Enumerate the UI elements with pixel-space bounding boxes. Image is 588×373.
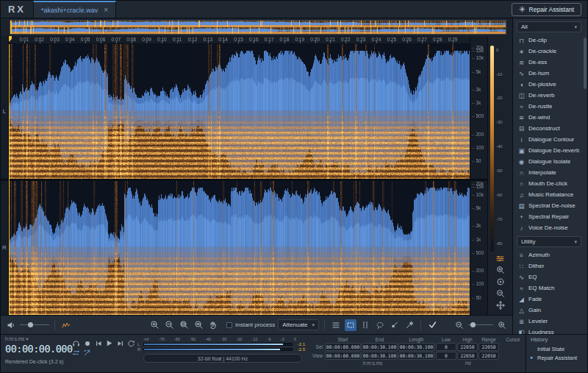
sidebar-scrollbar-thumb[interactable] [584,38,587,89]
sidebar-item-dialogue-isolate[interactable]: ◉Dialogue Isolate [513,156,587,167]
overview-canvas[interactable] [10,21,506,34]
close-icon[interactable]: × [104,6,108,14]
sidebar-item-de-plosive[interactable]: ◖De-plosive [513,79,587,90]
history-item-repair-assistant[interactable]: ▸Repair Assistant [531,353,587,362]
sidebar-item-de-clip[interactable]: ⊓De-clip [513,35,587,46]
legend-db-label: -60 [496,193,503,197]
ruler-tick-label: 0:12 [188,37,198,42]
sidebar-item-spectral-repair[interactable]: +Spectral Repair [513,211,587,222]
sidebar-item-eq-match[interactable]: ≈EQ Match [513,283,587,294]
play-button[interactable] [104,339,114,348]
waveform-zoom-icon[interactable] [495,253,506,263]
pan-icon[interactable] [495,300,506,310]
spectrogram-settings-icon[interactable] [60,319,72,331]
sidebar-item-mouth-de-click[interactable]: ○Mouth De-click [513,178,587,189]
instant-process-checkbox[interactable] [226,322,232,328]
apply-check-icon[interactable] [426,319,438,331]
sel-length-field[interactable]: 00:00:30.100 [398,343,434,351]
loop-playback-toggle[interactable] [71,349,81,358]
time-display[interactable]: 00:00:00.000 [5,343,71,355]
zoom-selection-icon[interactable] [178,319,190,331]
zoom-reset-icon[interactable] [495,277,506,287]
dialogue-contour-icon: ≀ [517,136,526,143]
sidebar-item-loudness[interactable]: ◧Loudness [513,327,587,334]
blend-slider[interactable] [20,322,49,329]
app-logo: RX [1,4,33,15]
zoom-fit-icon[interactable] [193,319,204,331]
brush-tool[interactable] [389,319,401,331]
freq-low-field[interactable]: 0 [436,352,456,360]
sidebar-item-eq[interactable]: ∿EQ [513,271,587,283]
sidebar-item-deconstruct[interactable]: ⊟Deconstruct [513,123,587,134]
de-rustle-icon: ≈ [517,103,526,110]
freq-high-field[interactable]: 22050 [457,343,478,351]
sidebar-item-de-ess[interactable]: ≋De-ess [513,57,587,68]
sidebar-item-gain[interactable]: △Gain [513,305,587,316]
sel-end-field[interactable]: 00:00:30.100 [362,343,398,351]
spectrogram-right-channel[interactable] [9,181,470,316]
time-format-label[interactable]: h:m:s.ms [5,336,24,341]
file-tab[interactable]: *akashi+cracle.wav × [33,1,116,18]
time-ruler[interactable]: 0:010:020:030:040:050:060:070:080:090:10… [9,36,470,44]
hzoom-out-icon[interactable] [453,319,465,331]
playhead-flag[interactable] [9,36,12,42]
record-button[interactable] [82,339,92,348]
layers-tool-icon[interactable] [330,319,342,331]
zoom-out-vertical-icon[interactable] [495,288,506,299]
sidebar-item-de-rustle[interactable]: ≈De-rustle [513,101,587,112]
loop-button[interactable] [126,339,136,348]
sidebar-item-de-crackle[interactable]: ∗De-crackle [513,46,587,57]
freq-range-field[interactable]: 22050 [478,343,499,351]
view-start-field[interactable]: 00:00:00.000 [325,352,361,360]
magic-wand-tool[interactable] [404,319,415,331]
instant-process-toggle[interactable]: Instant process [226,322,275,328]
hand-tool-icon[interactable] [207,319,219,331]
freq-range-field[interactable]: 22050 [478,352,499,360]
history-item-initial-state[interactable]: Initial State [531,344,587,353]
go-to-start-button[interactable] [93,339,103,348]
spectrogram-left-channel[interactable] [9,44,470,179]
repair-assistant-button[interactable]: Repair Assistant [512,3,581,16]
sidebar-item-dither[interactable]: ∷Dither [513,260,587,271]
overview-strip[interactable] [10,20,506,35]
zoom-in-icon[interactable] [148,319,160,331]
sidebar-item-azimuth[interactable]: ≡Azimuth [513,249,587,260]
freq-high-field[interactable]: 22050 [457,352,478,360]
sel-start-field[interactable]: 00:00:00.000 [325,343,361,351]
zoom-in-vertical-icon[interactable] [495,265,506,275]
hzoom-slider[interactable] [468,322,493,329]
sidebar-item-interpolate[interactable]: ∩Interpolate [513,167,587,178]
lasso-tool[interactable] [374,319,386,331]
sidebar-item-music-rebalance[interactable]: ♫Music Rebalance [513,189,587,200]
hzoom-in-icon[interactable] [496,319,508,331]
time-select-tool[interactable] [359,319,371,331]
process-mode-dropdown[interactable]: Attenuate ▾ [278,319,319,330]
spectrogram-canvas-left[interactable] [9,44,470,179]
sidebar-item-de-wind[interactable]: ≅De-wind [513,112,587,123]
sidebar-item-fade[interactable]: ◢Fade [513,294,587,305]
titlebar: RX *akashi+cracle.wav × Repair Assistant [1,1,587,18]
overview-playhead[interactable] [10,21,12,34]
speaker-icon[interactable] [5,319,17,331]
rectangle-select-tool[interactable] [345,319,356,331]
de-ess-icon: ≋ [517,59,526,66]
view-length-field[interactable]: 00:00:30.100 [398,352,434,360]
sidebar-item-dialogue-contour[interactable]: ≀Dialogue Contour [513,134,587,145]
sidebar-item-spectral-de-noise[interactable]: ▤Spectral De-noise [513,200,587,211]
transport-swap-toggle[interactable] [82,349,92,358]
cursor-column: Cursor [501,335,526,372]
monitor-icon[interactable] [71,339,81,348]
sidebar-item-de-hum[interactable]: ∿De-hum [513,68,587,79]
sidebar-item-voice-de-noise[interactable]: ♪Voice De-noise [513,222,587,233]
zoom-out-icon[interactable] [163,319,175,331]
spectrogram-canvas-right[interactable] [9,181,470,316]
utility-dropdown[interactable]: Utility ▾ [517,236,581,247]
module-filter-dropdown[interactable]: All ▾ [517,21,581,32]
frequency-scale-left: 20k15k10k5k2k1k50020010050 [470,44,487,179]
go-to-end-button[interactable] [115,339,125,348]
sidebar-item-leveler[interactable]: ≣Leveler [513,316,587,327]
freq-low-field[interactable]: 0 [436,343,456,351]
view-end-field[interactable]: 00:00:30.100 [362,352,398,360]
sidebar-item-de-reverb[interactable]: ◫De-reverb [513,90,587,101]
sidebar-item-dialogue-de-reverb[interactable]: ▣Dialogue De-reverb [513,145,587,156]
